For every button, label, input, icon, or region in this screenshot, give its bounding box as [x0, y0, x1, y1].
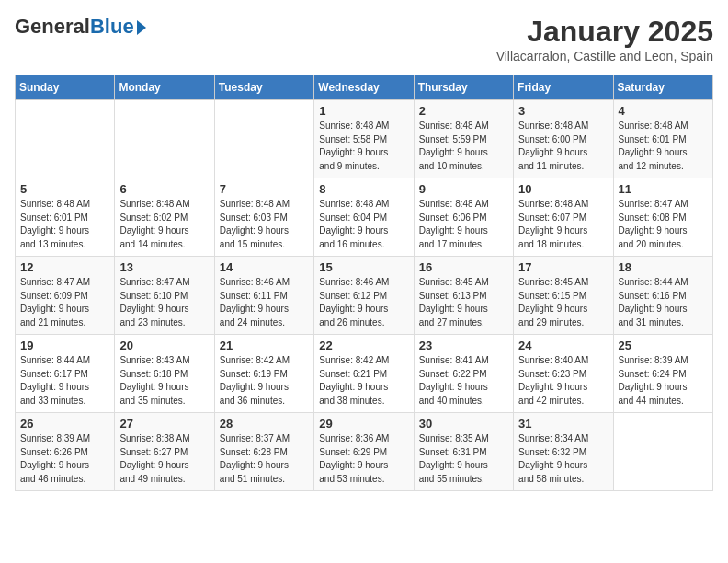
header-wednesday: Wednesday	[314, 75, 414, 100]
day-number: 21	[220, 339, 309, 352]
week-row-2: 5Sunrise: 8:48 AM Sunset: 6:01 PM Daylig…	[16, 178, 713, 257]
day-info: Sunrise: 8:45 AM Sunset: 6:13 PM Dayligh…	[419, 276, 508, 329]
day-number: 3	[518, 104, 608, 118]
day-info: Sunrise: 8:39 AM Sunset: 6:24 PM Dayligh…	[619, 354, 708, 408]
day-number: 22	[319, 339, 408, 352]
calendar-cell: 14Sunrise: 8:46 AM Sunset: 6:11 PM Dayli…	[214, 257, 313, 335]
day-info: Sunrise: 8:40 AM Sunset: 6:23 PM Dayligh…	[518, 354, 608, 408]
day-number: 30	[419, 417, 508, 431]
day-number: 20	[119, 339, 209, 352]
calendar-cell	[115, 100, 214, 178]
day-number: 23	[419, 339, 508, 352]
calendar-cell: 8Sunrise: 8:48 AM Sunset: 6:04 PM Daylig…	[314, 178, 414, 257]
day-info: Sunrise: 8:48 AM Sunset: 6:01 PM Dayligh…	[20, 198, 109, 251]
day-info: Sunrise: 8:48 AM Sunset: 6:00 PM Dayligh…	[518, 120, 608, 173]
day-info: Sunrise: 8:42 AM Sunset: 6:19 PM Dayligh…	[220, 354, 309, 408]
day-number: 1	[319, 104, 408, 118]
calendar-cell: 21Sunrise: 8:42 AM Sunset: 6:19 PM Dayli…	[214, 335, 313, 413]
day-number: 7	[220, 182, 309, 196]
calendar-cell: 4Sunrise: 8:48 AM Sunset: 6:01 PM Daylig…	[613, 100, 712, 178]
calendar-cell: 17Sunrise: 8:45 AM Sunset: 6:15 PM Dayli…	[514, 257, 613, 335]
calendar-cell	[214, 100, 313, 178]
header-monday: Monday	[115, 75, 214, 100]
day-number: 29	[319, 417, 408, 431]
header-tuesday: Tuesday	[214, 75, 313, 100]
day-number: 18	[619, 260, 708, 274]
logo-general-text: General	[15, 15, 90, 39]
day-number: 9	[419, 182, 508, 196]
day-info: Sunrise: 8:45 AM Sunset: 6:15 PM Dayligh…	[518, 276, 608, 329]
calendar-cell: 22Sunrise: 8:42 AM Sunset: 6:21 PM Dayli…	[314, 335, 414, 413]
day-number: 31	[518, 417, 608, 431]
day-info: Sunrise: 8:48 AM Sunset: 6:02 PM Dayligh…	[119, 198, 209, 251]
page-header: General Blue January 2025 Villacarralon,…	[15, 15, 713, 63]
calendar-body: 1Sunrise: 8:48 AM Sunset: 5:58 PM Daylig…	[16, 100, 713, 491]
day-info: Sunrise: 8:34 AM Sunset: 6:32 PM Dayligh…	[518, 432, 608, 486]
day-info: Sunrise: 8:47 AM Sunset: 6:08 PM Dayligh…	[619, 198, 708, 251]
header-sunday: Sunday	[16, 75, 115, 100]
calendar-cell: 13Sunrise: 8:47 AM Sunset: 6:10 PM Dayli…	[115, 257, 214, 335]
calendar-cell	[16, 100, 115, 178]
header-friday: Friday	[514, 75, 613, 100]
day-number: 4	[619, 104, 708, 118]
day-info: Sunrise: 8:48 AM Sunset: 6:06 PM Dayligh…	[419, 198, 508, 251]
day-number: 25	[619, 339, 708, 352]
calendar-cell: 3Sunrise: 8:48 AM Sunset: 6:00 PM Daylig…	[514, 100, 613, 178]
calendar-cell: 24Sunrise: 8:40 AM Sunset: 6:23 PM Dayli…	[514, 335, 613, 413]
logo-triangle-icon	[137, 20, 146, 35]
calendar-cell: 5Sunrise: 8:48 AM Sunset: 6:01 PM Daylig…	[16, 178, 115, 257]
month-title: January 2025	[496, 15, 713, 49]
calendar-cell	[613, 413, 712, 491]
day-info: Sunrise: 8:44 AM Sunset: 6:16 PM Dayligh…	[619, 276, 708, 329]
day-number: 14	[220, 260, 309, 274]
calendar-cell: 16Sunrise: 8:45 AM Sunset: 6:13 PM Dayli…	[414, 257, 513, 335]
calendar-table: SundayMondayTuesdayWednesdayThursdayFrid…	[15, 75, 713, 491]
day-info: Sunrise: 8:36 AM Sunset: 6:29 PM Dayligh…	[319, 432, 408, 486]
calendar-cell: 25Sunrise: 8:39 AM Sunset: 6:24 PM Dayli…	[613, 335, 712, 413]
day-info: Sunrise: 8:48 AM Sunset: 6:01 PM Dayligh…	[619, 120, 708, 173]
calendar-cell: 7Sunrise: 8:48 AM Sunset: 6:03 PM Daylig…	[214, 178, 313, 257]
day-number: 8	[319, 182, 408, 196]
calendar-cell: 10Sunrise: 8:48 AM Sunset: 6:07 PM Dayli…	[514, 178, 613, 257]
day-info: Sunrise: 8:46 AM Sunset: 6:11 PM Dayligh…	[220, 276, 309, 329]
day-number: 2	[419, 104, 508, 118]
header-thursday: Thursday	[414, 75, 513, 100]
day-number: 17	[518, 260, 608, 274]
logo-blue-text: Blue	[90, 15, 134, 39]
calendar-cell: 6Sunrise: 8:48 AM Sunset: 6:02 PM Daylig…	[115, 178, 214, 257]
day-info: Sunrise: 8:42 AM Sunset: 6:21 PM Dayligh…	[319, 354, 408, 408]
day-info: Sunrise: 8:48 AM Sunset: 6:04 PM Dayligh…	[319, 198, 408, 251]
calendar-cell: 31Sunrise: 8:34 AM Sunset: 6:32 PM Dayli…	[514, 413, 613, 491]
calendar-cell: 28Sunrise: 8:37 AM Sunset: 6:28 PM Dayli…	[214, 413, 313, 491]
day-info: Sunrise: 8:48 AM Sunset: 6:03 PM Dayligh…	[220, 198, 309, 251]
calendar-cell: 27Sunrise: 8:38 AM Sunset: 6:27 PM Dayli…	[115, 413, 214, 491]
week-row-4: 19Sunrise: 8:44 AM Sunset: 6:17 PM Dayli…	[16, 335, 713, 413]
calendar-cell: 1Sunrise: 8:48 AM Sunset: 5:58 PM Daylig…	[314, 100, 414, 178]
calendar-cell: 2Sunrise: 8:48 AM Sunset: 5:59 PM Daylig…	[414, 100, 513, 178]
day-number: 5	[20, 182, 109, 196]
week-row-3: 12Sunrise: 8:47 AM Sunset: 6:09 PM Dayli…	[16, 257, 713, 335]
calendar-cell: 26Sunrise: 8:39 AM Sunset: 6:26 PM Dayli…	[16, 413, 115, 491]
week-row-5: 26Sunrise: 8:39 AM Sunset: 6:26 PM Dayli…	[16, 413, 713, 491]
day-info: Sunrise: 8:35 AM Sunset: 6:31 PM Dayligh…	[419, 432, 508, 486]
day-info: Sunrise: 8:39 AM Sunset: 6:26 PM Dayligh…	[20, 432, 109, 486]
location-title: Villacarralon, Castille and Leon, Spain	[496, 49, 713, 63]
day-info: Sunrise: 8:38 AM Sunset: 6:27 PM Dayligh…	[119, 432, 209, 486]
day-number: 24	[518, 339, 608, 352]
day-number: 28	[220, 417, 309, 431]
calendar-cell: 11Sunrise: 8:47 AM Sunset: 6:08 PM Dayli…	[613, 178, 712, 257]
day-info: Sunrise: 8:46 AM Sunset: 6:12 PM Dayligh…	[319, 276, 408, 329]
day-info: Sunrise: 8:48 AM Sunset: 5:59 PM Dayligh…	[419, 120, 508, 173]
day-info: Sunrise: 8:47 AM Sunset: 6:09 PM Dayligh…	[20, 276, 109, 329]
calendar-cell: 18Sunrise: 8:44 AM Sunset: 6:16 PM Dayli…	[613, 257, 712, 335]
calendar-cell: 15Sunrise: 8:46 AM Sunset: 6:12 PM Dayli…	[314, 257, 414, 335]
calendar-cell: 12Sunrise: 8:47 AM Sunset: 6:09 PM Dayli…	[16, 257, 115, 335]
calendar-cell: 9Sunrise: 8:48 AM Sunset: 6:06 PM Daylig…	[414, 178, 513, 257]
day-info: Sunrise: 8:48 AM Sunset: 5:58 PM Dayligh…	[319, 120, 408, 173]
day-number: 6	[119, 182, 209, 196]
title-block: January 2025 Villacarralon, Castille and…	[496, 15, 713, 63]
day-number: 27	[119, 417, 209, 431]
day-number: 26	[20, 417, 109, 431]
day-info: Sunrise: 8:43 AM Sunset: 6:18 PM Dayligh…	[119, 354, 209, 408]
day-number: 15	[319, 260, 408, 274]
